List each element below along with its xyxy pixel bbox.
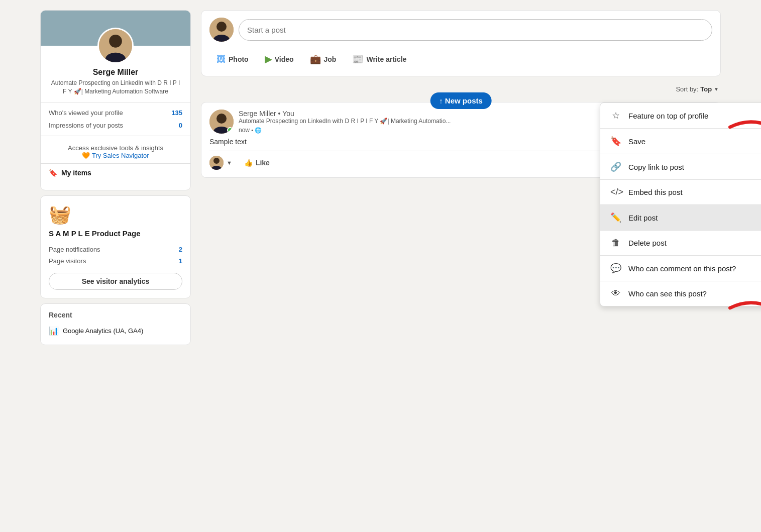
svg-point-7 [216, 114, 227, 124]
composer-card: 🖼 Photo ▶ Video 💼 Job 📰 Write article [201, 10, 721, 76]
eye-icon: 👁 [610, 288, 621, 299]
stat-label-impressions: Impressions of your posts [49, 122, 123, 129]
video-button[interactable]: ▶ Video [258, 50, 301, 69]
notifications-label: Page notifications [49, 246, 100, 253]
profile-name: Serge Miller [41, 68, 190, 77]
comment-icon: 💬 [610, 263, 621, 274]
dropdown-item-embed[interactable]: </> Embed this post [600, 180, 761, 204]
analytics-button[interactable]: See visitor analytics [49, 273, 182, 290]
product-name: S A M P L E Product Page [49, 229, 182, 238]
stat-label-views: Who's viewed your profile [49, 109, 123, 117]
recent-card: Recent 📊 Google Analytics (UA, GA4) [40, 303, 191, 345]
svg-point-4 [216, 22, 227, 32]
avatar-wrapper [41, 28, 190, 64]
dropdown-item-copy-link[interactable]: 🔗 Copy link to post [600, 154, 761, 179]
recent-title: Recent [49, 311, 182, 319]
sales-nav: Access exclusive tools & insights 🧡 Try … [41, 140, 190, 163]
product-page-card: 🧺 S A M P L E Product Page Page notifica… [40, 195, 191, 298]
photo-button[interactable]: 🖼 Photo [209, 50, 256, 69]
post-card: ↑ New posts Serge Miller • You [201, 102, 721, 178]
profile-card: Serge Miller Automate Prospecting on Lin… [40, 10, 191, 190]
post-card-wrapper: ↑ New posts Serge Miller • You [201, 102, 721, 178]
job-icon: 💼 [310, 54, 321, 65]
chevron-down-icon: ▼ [714, 86, 719, 92]
svg-point-1 [109, 35, 122, 48]
post-avatar [209, 110, 234, 134]
dropdown-item-edit[interactable]: ✏️ Edit post [600, 205, 761, 230]
red-arrow-bottom [726, 293, 761, 323]
job-button[interactable]: 💼 Job [303, 50, 344, 69]
globe-icon: • 🌐 [251, 127, 262, 133]
product-stat-visitors[interactable]: Page visitors 1 [49, 255, 182, 267]
visitors-label: Page visitors [49, 257, 86, 265]
trash-icon: 🗑 [610, 238, 621, 248]
dropdown-item-delete[interactable]: 🗑 Delete post [600, 231, 761, 255]
dropdown-item-who-comment[interactable]: 💬 Who can comment on this post? [600, 256, 761, 281]
main-feed: 🖼 Photo ▶ Video 💼 Job 📰 Write article [201, 10, 721, 345]
star-icon: ☆ [610, 110, 621, 121]
write-article-button[interactable]: 📰 Write article [345, 50, 413, 69]
thumbs-up-icon: 👍 [244, 159, 253, 167]
save-icon: 🔖 [610, 136, 621, 147]
chevron-down-small-icon[interactable]: ▼ [227, 160, 232, 166]
like-button[interactable]: 👍 Like [238, 155, 276, 170]
composer-top [209, 18, 712, 42]
edit-icon: ✏️ [610, 212, 621, 223]
video-icon: ▶ [265, 54, 272, 65]
composer-avatar [209, 18, 234, 42]
link-icon: 🔗 [610, 161, 621, 172]
code-icon: </> [610, 187, 621, 197]
bookmark-icon: 🔖 [49, 169, 57, 177]
sales-nav-link[interactable]: Try Sales Navigator [92, 152, 149, 159]
stat-row-views[interactable]: Who's viewed your profile 135 [49, 107, 182, 119]
chart-icon: 📊 [49, 326, 59, 336]
like-avatar [209, 156, 224, 170]
product-emoji: 🧺 [49, 204, 182, 225]
sort-by-value[interactable]: Top [700, 85, 712, 93]
profile-headline: Automate Prospecting on LinkedIn with D … [41, 79, 190, 96]
notifications-value: 2 [179, 246, 182, 253]
sort-by-label: Sort by: [676, 85, 698, 93]
recent-item-label: Google Analytics (UA, GA4) [63, 327, 143, 335]
start-post-input[interactable] [239, 19, 712, 41]
red-arrow-top [726, 112, 761, 142]
new-posts-button[interactable]: ↑ New posts [430, 92, 492, 109]
avatar [97, 28, 134, 64]
article-icon: 📰 [352, 54, 363, 65]
svg-point-10 [213, 158, 220, 164]
stat-value-impressions: 0 [179, 122, 182, 129]
photo-icon: 🖼 [216, 54, 226, 65]
stat-row-impressions[interactable]: Impressions of your posts 0 [49, 119, 182, 132]
visitors-value: 1 [179, 257, 182, 265]
stat-value-views: 135 [171, 109, 182, 117]
my-items[interactable]: 🔖 My items [41, 163, 190, 182]
profile-stats: Who's viewed your profile 135 Impression… [41, 102, 190, 132]
product-stat-notifications[interactable]: Page notifications 2 [49, 244, 182, 255]
sidebar: Serge Miller Automate Prospecting on Lin… [40, 10, 191, 345]
online-status-dot [227, 127, 233, 133]
composer-actions: 🖼 Photo ▶ Video 💼 Job 📰 Write article [209, 48, 712, 69]
recent-item[interactable]: 📊 Google Analytics (UA, GA4) [49, 324, 182, 338]
